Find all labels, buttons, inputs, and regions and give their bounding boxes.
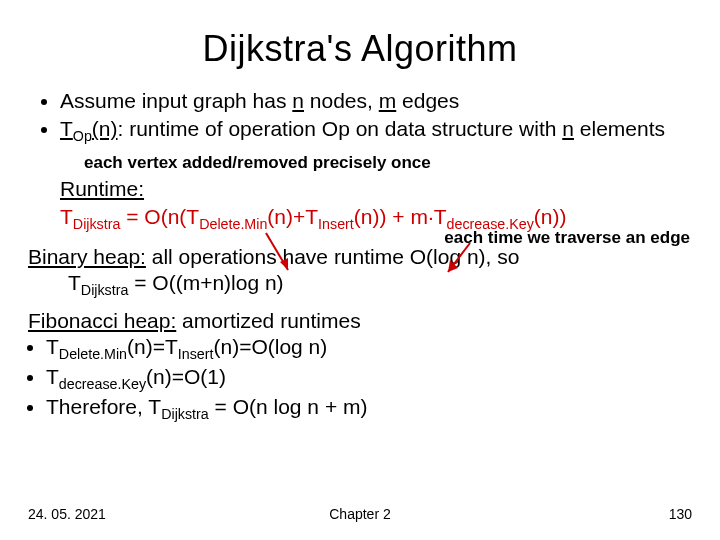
sub: Dijkstra	[73, 216, 121, 232]
bullet-1: Assume input graph has n nodes, m edges	[60, 88, 692, 114]
sub-op: Op	[73, 128, 92, 144]
annotation-vertex: each vertex added/removed precisely once	[84, 152, 692, 173]
text: Therefore, T	[46, 395, 161, 418]
slide: Dijkstra's Algorithm Assume input graph …	[0, 0, 720, 540]
var-n: n	[562, 117, 574, 140]
sub: Dijkstra	[81, 282, 129, 298]
sub: Insert	[318, 216, 354, 232]
text: = O(n log n + m)	[209, 395, 368, 418]
fib-bullet-3: Therefore, TDijkstra = O(n log n + m)	[46, 394, 692, 424]
text: T	[46, 335, 59, 358]
text: T	[46, 365, 59, 388]
text: (n)+T	[267, 205, 318, 228]
text: T	[60, 205, 73, 228]
runtime-label: Runtime:	[60, 176, 692, 202]
text: (n)) + m·T	[354, 205, 447, 228]
label: Binary heap:	[28, 245, 146, 268]
text: (n))	[534, 205, 567, 228]
sub: Insert	[178, 347, 214, 363]
footer: 24. 05. 2021 Chapter 2 130	[28, 506, 692, 522]
label: Fibonacci heap:	[28, 309, 176, 332]
fib-heap-para: Fibonacci heap: amortized runtimes	[28, 308, 692, 334]
annotation-edge: each time we traverse an edge	[444, 227, 690, 248]
text: = O((m+n)log n)	[128, 271, 283, 294]
text: elements	[574, 117, 665, 140]
fib-bullet-2: Tdecrease.Key(n)=O(1)	[46, 364, 692, 394]
binary-heap-para: Binary heap: all operations have runtime…	[28, 244, 692, 300]
var-n: n	[292, 89, 304, 112]
text: (n)=O(1)	[146, 365, 226, 388]
text: all operations have runtime O(log n), so	[146, 245, 520, 268]
text: : runtime of operation Op on data struct…	[118, 117, 563, 140]
text: T	[68, 271, 81, 294]
sub: Delete.Min	[59, 347, 127, 363]
text: edges	[396, 89, 459, 112]
sub: decrease.Key	[59, 377, 146, 393]
var-m: m	[379, 89, 397, 112]
slide-body: Assume input graph has n nodes, m edges …	[28, 88, 692, 424]
bullet-2: TOp(n): runtime of operation Op on data …	[60, 116, 692, 146]
footer-chapter: Chapter 2	[28, 506, 692, 522]
text: = O(n(T	[120, 205, 199, 228]
text: (n)=T	[127, 335, 178, 358]
text: amortized runtimes	[176, 309, 360, 332]
fib-bullets: TDelete.Min(n)=TInsert(n)=O(log n) Tdecr…	[28, 334, 692, 424]
top-bullets: Assume input graph has n nodes, m edges …	[28, 88, 692, 146]
text: (n)=O(log n)	[213, 335, 327, 358]
text: (n)	[92, 117, 118, 140]
text: nodes,	[304, 89, 379, 112]
slide-title: Dijkstra's Algorithm	[28, 28, 692, 70]
sub: Delete.Min	[199, 216, 267, 232]
sub: Dijkstra	[161, 407, 209, 423]
fib-bullet-1: TDelete.Min(n)=TInsert(n)=O(log n)	[46, 334, 692, 364]
text: Assume input graph has	[60, 89, 292, 112]
text: T	[60, 117, 73, 140]
